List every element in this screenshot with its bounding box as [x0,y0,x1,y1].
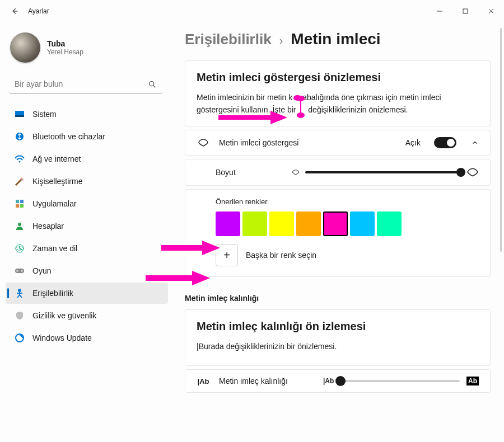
sidebar-item-3[interactable]: Kişiselleştirme [6,171,168,192]
size-label: Boyut [216,168,283,177]
svg-point-10 [18,223,21,226]
size-shape-large-icon [466,166,479,178]
sidebar-item-8[interactable]: Erişilebilirlik [6,283,168,304]
nav-icon-3 [15,176,25,186]
size-slider-thumb[interactable] [456,168,465,177]
nav: SistemBluetooth ve cihazlarAğ ve interne… [6,104,168,349]
breadcrumb: Erişilebilirlik › Metin imleci [185,30,491,48]
cursor-indicator-preview-mid [297,105,305,116]
chevron-up-icon [471,139,479,147]
preview-desc: Metin imlecinizin bir metin kabalığında … [197,92,479,116]
colors-block: Önerilen renkler + Başka bir renk seçin [185,189,491,277]
nav-label: Erişilebilirlik [32,289,73,298]
svg-point-5 [19,161,21,163]
nav-label: Sistem [32,110,57,119]
avatar [10,32,40,63]
minimize-icon [436,8,443,15]
thickness-row: |Ab Metin imleç kalınlığı |Ab Ab [185,369,491,393]
preview-title: Metin imleci göstergesi önizlemesi [197,71,479,84]
svg-point-14 [16,270,18,272]
nav-label: Gizlilik ve güvenlik [32,311,96,320]
user-name: Tuba [47,39,83,48]
minimize-button[interactable] [427,0,452,22]
thickness-slider-thumb[interactable] [335,376,346,386]
color-swatch-5[interactable] [350,211,375,236]
size-row: Boyut [185,159,491,186]
app-title: Ayarlar [28,7,49,15]
size-shape-small-icon [292,168,300,176]
color-swatch-6[interactable] [377,211,402,236]
svg-rect-7 [20,200,24,203]
thickness-row-label: Metin imleç kalınlığı [219,377,314,385]
sidebar-item-2[interactable]: Ağ ve internet [6,148,168,170]
toggle-state-label: Açık [405,138,421,147]
color-swatch-2[interactable] [269,211,294,236]
thickness-preview-card: Metin imleç kalınlığı ön izlemesi |Burad… [185,309,491,366]
preview-card: Metin imleci göstergesi önizlemesi Metin… [185,60,491,126]
back-button[interactable] [8,4,21,18]
titlebar: Ayarlar [0,0,504,22]
plus-icon: + [223,249,230,262]
indicator-toggle[interactable] [434,137,456,148]
nav-icon-9 [15,311,25,321]
nav-label: Uygulamalar [32,199,77,208]
nav-icon-1 [15,131,25,142]
maximize-icon [462,8,469,15]
nav-icon-6 [15,243,25,253]
ab-slider-small-icon: |Ab [323,377,334,385]
nav-icon-7 [15,266,25,276]
search-box[interactable] [9,75,162,93]
sidebar-item-10[interactable]: Windows Update [6,327,168,349]
ab-slider-big-icon: Ab [466,377,479,385]
nav-label: Windows Update [32,333,92,342]
nav-icon-10 [15,333,25,343]
user-sub: Yerel Hesap [47,48,83,56]
color-swatch-3[interactable] [296,211,321,236]
svg-rect-8 [16,204,19,208]
svg-rect-9 [20,204,24,208]
color-swatch-0[interactable] [216,211,240,236]
breadcrumb-root[interactable]: Erişilebilirlik [185,31,272,48]
svg-point-16 [18,289,21,292]
sidebar-item-9[interactable]: Gizlilik ve güvenlik [6,305,168,326]
sidebar-item-5[interactable]: Hesaplar [6,215,168,237]
nav-icon-4 [15,199,25,209]
user-block[interactable]: Tuba Yerel Hesap [6,28,168,73]
main-content: Erişilebilirlik › Metin imleci Metin iml… [168,22,504,442]
sidebar-item-0[interactable]: Sistem [6,104,168,125]
indicator-shape-icon [197,138,210,147]
thickness-section-heading: Metin imleç kalınlığı [185,294,491,303]
maximize-button[interactable] [452,0,478,22]
sidebar-item-6[interactable]: Zaman ve dil [6,238,168,259]
size-slider[interactable] [305,171,461,173]
window-controls [427,0,504,22]
svg-rect-3 [15,115,24,117]
chevron-right-icon: › [279,34,283,47]
nav-icon-2 [15,154,25,164]
swatch-row [216,211,479,236]
thickness-card-title: Metin imleç kalınlığı ön izlemesi [197,320,479,333]
scrollbar[interactable] [500,28,502,252]
indicator-toggle-label: Metin imleci göstergesi [219,138,396,147]
svg-point-15 [21,270,23,272]
indicator-toggle-row[interactable]: Metin imleci göstergesi Açık [185,130,491,156]
thickness-slider[interactable] [340,380,460,382]
nav-label: Bluetooth ve cihazlar [32,132,105,141]
search-input[interactable] [9,75,162,93]
color-swatch-4[interactable] [323,211,348,236]
sidebar-item-4[interactable]: Uygulamalar [6,193,168,214]
ab-small-icon: |Ab [197,377,210,385]
add-color-button[interactable]: + [216,244,238,266]
sidebar-item-7[interactable]: Oyun [6,260,168,281]
svg-rect-6 [16,200,19,203]
add-color-label: Başka bir renk seçin [246,251,316,260]
nav-icon-8 [15,288,25,298]
sidebar-item-1[interactable]: Bluetooth ve cihazlar [6,126,168,147]
nav-label: Oyun [32,266,51,275]
colors-title: Önerilen renkler [216,198,479,206]
close-button[interactable] [478,0,504,22]
sidebar: Tuba Yerel Hesap SistemBluetooth ve ciha… [0,22,168,442]
thickness-card-desc: |Burada değişikliklerinizin bir önizleme… [197,341,479,353]
color-swatch-1[interactable] [242,211,267,236]
svg-point-1 [150,81,154,86]
